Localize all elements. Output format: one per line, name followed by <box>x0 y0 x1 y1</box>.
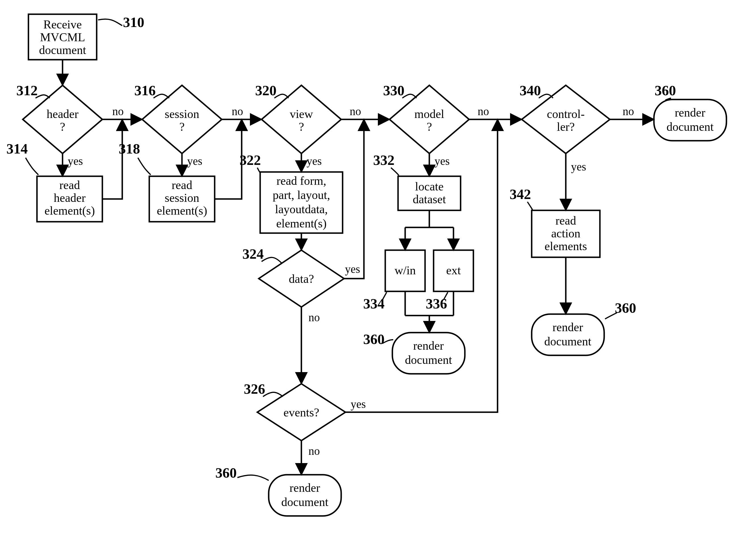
ref-332: 332 <box>373 152 395 168</box>
node-locate-dataset: locate dataset <box>398 176 461 210</box>
ref-324: 324 <box>243 246 264 262</box>
read-header-line3: element(s) <box>44 204 95 218</box>
flowchart-diagram: Receive MVCML document 310 header ? 312 … <box>0 0 756 533</box>
session-decision-line2: ? <box>179 120 185 133</box>
controller-decision-line2: ler? <box>557 120 575 133</box>
within-line1: w/in <box>395 264 416 277</box>
read-header-line1: read <box>59 178 80 192</box>
render-ctrl-yes-line1: render <box>553 321 583 334</box>
read-actions-line1: read <box>555 214 576 227</box>
read-actions-line2: action <box>551 227 580 240</box>
start-line2: MVCML <box>40 31 85 44</box>
node-read-action-elements: read action elements <box>532 210 600 257</box>
ref-360-ctrl-yes: 360 <box>615 300 636 316</box>
controller-decision-line1: control- <box>547 107 585 120</box>
render-ctrl-no-line1: render <box>675 106 705 119</box>
render-model-line2: document <box>405 353 452 366</box>
node-render-document-events: render document <box>269 475 341 516</box>
header-decision-line1: header <box>47 107 78 120</box>
read-session-line1: read <box>172 178 192 192</box>
node-receive-mvcml-document: Receive MVCML document <box>28 14 97 60</box>
read-session-line2: session <box>165 191 199 204</box>
render-model-line1: render <box>413 339 444 352</box>
render-events-line2: document <box>281 495 328 509</box>
label-view-no: no <box>350 105 361 118</box>
ref-320: 320 <box>255 82 277 98</box>
data-decision-line1: data? <box>289 272 314 285</box>
ref-322: 322 <box>240 152 261 168</box>
ref-360-events: 360 <box>216 465 237 481</box>
node-read-header-elements: read header element(s) <box>37 176 102 222</box>
ext-line1: ext <box>446 264 461 277</box>
edge-data-yes-return <box>344 120 364 279</box>
view-decision-line2: ? <box>299 120 304 133</box>
ref-360-model: 360 <box>364 331 385 347</box>
node-read-session-elements: read session element(s) <box>149 176 215 222</box>
ref-342: 342 <box>510 186 531 202</box>
ref-330: 330 <box>383 82 405 98</box>
render-ctrl-no-line2: document <box>666 120 714 133</box>
label-session-no: no <box>232 105 243 118</box>
events-decision-line1: events? <box>284 406 319 419</box>
session-decision-line1: session <box>165 107 199 120</box>
read-actions-line3: elements <box>545 240 587 253</box>
label-events-yes: yes <box>351 398 365 411</box>
read-view-line1: read form, <box>277 174 326 187</box>
node-within: w/in <box>385 250 425 291</box>
locate-dataset-line2: dataset <box>413 193 446 206</box>
node-ext: ext <box>434 250 473 291</box>
edge-events-yes-return <box>345 120 498 412</box>
read-view-line3: layoutdata, <box>275 203 328 216</box>
edge-read-header-return <box>102 120 122 199</box>
label-controller-yes: yes <box>571 160 586 173</box>
node-render-document-model: render document <box>392 333 465 374</box>
node-render-document-controller-yes: render document <box>532 314 604 355</box>
node-data-decision: data? <box>259 250 344 307</box>
read-view-line2: part, layout, <box>273 188 330 201</box>
locate-dataset-line1: locate <box>415 180 444 193</box>
label-session-yes: yes <box>187 155 202 168</box>
label-controller-no: no <box>623 105 634 118</box>
render-events-line1: render <box>289 481 320 494</box>
read-header-line2: header <box>54 191 86 204</box>
ref-360-ctrl-no: 360 <box>655 82 676 98</box>
read-session-line3: element(s) <box>157 204 207 218</box>
header-decision-line2: ? <box>60 120 66 133</box>
ref-310: 310 <box>123 14 145 30</box>
label-events-no: no <box>309 444 320 457</box>
label-header-yes: yes <box>68 155 83 168</box>
ref-336: 336 <box>426 296 447 311</box>
model-decision-line1: model <box>415 107 445 120</box>
ref-312: 312 <box>16 82 38 98</box>
start-line1: Receive <box>43 18 82 31</box>
ref-326: 326 <box>244 381 265 397</box>
view-decision-line1: view <box>290 107 313 120</box>
node-render-document-controller-no: render document <box>654 99 726 141</box>
ref-314: 314 <box>7 141 28 157</box>
ref-334: 334 <box>364 296 385 311</box>
read-view-line4: element(s) <box>276 217 326 230</box>
label-header-no: no <box>112 105 124 118</box>
render-ctrl-yes-line2: document <box>544 335 591 348</box>
label-data-yes: yes <box>345 263 360 276</box>
label-view-yes: yes <box>307 155 322 168</box>
edge-read-session-return <box>215 120 242 199</box>
node-read-view-elements: read form, part, layout, layoutdata, ele… <box>260 172 342 233</box>
label-model-no: no <box>478 105 489 118</box>
label-data-no: no <box>309 311 320 324</box>
label-model-yes: yes <box>434 155 449 168</box>
ref-316: 316 <box>134 82 156 98</box>
ref-340: 340 <box>520 82 541 98</box>
start-line3: document <box>39 43 86 57</box>
model-decision-line2: ? <box>427 120 432 133</box>
